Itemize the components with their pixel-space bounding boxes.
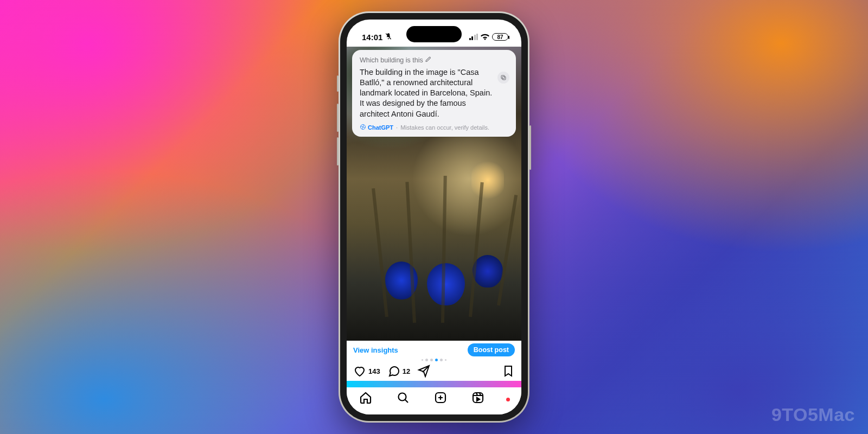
action-button — [337, 75, 339, 92]
save-button[interactable] — [502, 365, 515, 378]
share-button[interactable] — [417, 365, 430, 378]
svg-point-4 — [398, 393, 406, 401]
edit-icon[interactable] — [425, 56, 431, 64]
ai-response-text: The building in the image is "Casa Batll… — [360, 67, 508, 119]
carousel-dots — [347, 359, 521, 361]
like-button[interactable]: 143 — [353, 365, 380, 378]
battery-indicator: 87 — [492, 33, 508, 41]
dynamic-island — [406, 26, 462, 42]
like-count: 143 — [368, 367, 380, 375]
ai-source-label: ChatGPT — [368, 124, 393, 131]
chatgpt-icon — [360, 124, 366, 131]
svg-rect-2 — [501, 75, 505, 79]
ai-prompt-text: Which building is this — [360, 56, 423, 64]
cellular-icon — [469, 34, 478, 40]
tab-search[interactable] — [397, 391, 410, 406]
comment-button[interactable]: 12 — [387, 365, 410, 378]
copy-button[interactable] — [497, 72, 509, 84]
status-time: 14:01 — [362, 33, 382, 42]
watermark-logo: 9TO5Mac — [771, 404, 855, 425]
visual-intelligence-card: Which building is this The building in t… — [352, 50, 516, 137]
volume-down-button — [337, 137, 339, 165]
iphone-frame: 14:01 87 — [339, 11, 529, 423]
bottom-tab-bar — [347, 386, 521, 414]
view-insights-link[interactable]: View insights — [353, 346, 398, 354]
boost-post-button[interactable]: Boost post — [468, 343, 515, 356]
power-button — [529, 125, 531, 170]
svg-rect-1 — [502, 76, 506, 80]
tab-reels[interactable] — [471, 391, 484, 406]
comment-count: 12 — [403, 367, 410, 375]
ai-source[interactable]: ChatGPT — [360, 124, 393, 131]
notification-dot-icon — [506, 398, 510, 401]
tab-home[interactable] — [359, 391, 372, 406]
ai-prompt-row[interactable]: Which building is this — [360, 56, 508, 64]
ai-disclaimer: Mistakes can occur, verify details. — [400, 124, 489, 131]
tab-create[interactable] — [434, 391, 447, 406]
wifi-icon — [481, 33, 489, 42]
volume-up-button — [337, 104, 339, 132]
svg-line-5 — [405, 400, 408, 403]
silent-icon — [385, 33, 392, 42]
phone-screen: 14:01 87 — [347, 20, 521, 414]
